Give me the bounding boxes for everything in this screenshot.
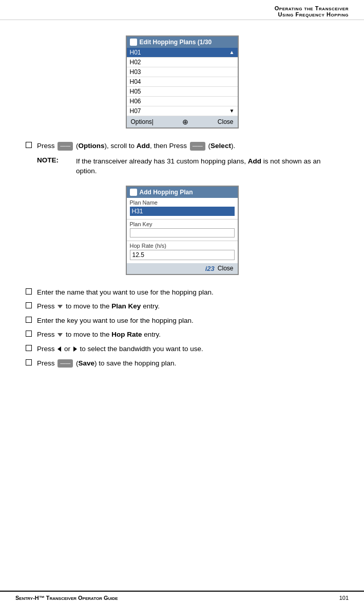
list-item-h05: H05: [127, 87, 238, 97]
bullet-item-2: Enter the name that you want to use for …: [26, 287, 338, 298]
bullet-text-2: Enter the name that you want to use for …: [37, 287, 338, 298]
select-button-icon: ——: [190, 142, 205, 151]
screen1-title: Edit Hopping Plans (1/30: [140, 39, 212, 46]
screen2-hop-rate-label: Hop Rate (h/s): [130, 243, 235, 249]
text-press-6: Press: [37, 345, 56, 353]
bullet-checkbox-1: [26, 142, 32, 148]
text-press-3: Press: [37, 302, 56, 310]
text-move-plan-key: to move to the Plan Key entry.: [66, 302, 160, 310]
note-block: NOTE: If the transceiver already has 31 …: [37, 156, 338, 176]
screen2-plan-key-field: Plan Key: [127, 219, 238, 241]
bullet-section-1: Press —— (Options), scroll to Add, then …: [26, 141, 338, 176]
bullet-text-7: Press —— (Save) to save the hopping plan…: [37, 358, 338, 369]
bullet-item-4: Enter the key you want to use for the ho…: [26, 316, 338, 326]
text-options-paren: (Options), scroll to Add, then Press: [76, 142, 189, 150]
page-footer: Sentry-H™ Transceiver Operator Guide 101: [0, 591, 364, 604]
screen-edit-hopping-plans: Edit Hopping Plans (1/30 H01 ▲ H02 H03 H…: [126, 35, 239, 129]
main-content: Edit Hopping Plans (1/30 H01 ▲ H02 H03 H…: [0, 20, 364, 394]
screen2-hop-rate-value: 12.5: [130, 250, 235, 260]
scrollbar-up-arrow: ▲: [229, 50, 235, 55]
list-item-h07: H07 ▼: [127, 106, 238, 116]
text-or: or: [64, 345, 72, 353]
screen1-scroll-icon: ⊕: [182, 118, 188, 126]
bullet-section-2: Enter the name that you want to use for …: [26, 287, 338, 368]
bullet-checkbox-6: [26, 345, 32, 351]
screen2-plan-name-label: Plan Name: [130, 199, 235, 206]
screen2-title: Add Hopping Plan: [140, 189, 193, 196]
bullet-checkbox-3: [26, 302, 32, 308]
text-press-7: Press: [37, 359, 56, 367]
bullet-item-1: Press —— (Options), scroll to Add, then …: [26, 141, 338, 151]
save-button-icon: ——: [58, 359, 73, 368]
screen1-options: Options|: [131, 118, 154, 125]
bullet-checkbox-4: [26, 317, 32, 323]
text-save-paren: (Save) to save the hopping plan.: [76, 359, 176, 367]
screen2-plan-key-label: Plan Key: [130, 221, 235, 227]
text-move-hop-rate: to move to the Hop Rate entry.: [66, 331, 161, 338]
screen1-icon: [130, 39, 137, 46]
list-item-h07-label: H07: [130, 107, 141, 115]
list-item-h06: H06: [127, 97, 238, 106]
footer-left: Sentry-H™ Transceiver Operator Guide: [15, 595, 118, 601]
screen2-icon: [130, 189, 137, 196]
bullet-item-3: Press to move to the Plan Key entry.: [26, 301, 338, 312]
list-item-h01: H01 ▲: [127, 48, 238, 58]
bullet-text-5: Press to move to the Hop Rate entry.: [37, 330, 338, 340]
scrollbar-down-arrow: ▼: [229, 108, 235, 114]
text-select-paren: (Select).: [208, 142, 236, 150]
bullet-checkbox-5: [26, 331, 32, 337]
screen1-titlebar: Edit Hopping Plans (1/30: [127, 36, 238, 48]
screen2-plan-name-value: H31: [130, 207, 235, 216]
bullet-text-3: Press to move to the Plan Key entry.: [37, 301, 338, 312]
screen1-list: H01 ▲ H02 H03 H04 H05 H06 H07 ▼: [127, 48, 238, 116]
screen2-i23-icon: i23: [205, 265, 215, 272]
screen-add-hopping-plan: Add Hopping Plan Plan Name H31 Plan Key …: [126, 186, 239, 275]
list-item-h02: H02: [127, 58, 238, 67]
bullet-item-5: Press to move to the Hop Rate entry.: [26, 330, 338, 340]
page-header: Operating the Transceiver Using Frequenc…: [0, 0, 364, 20]
screen2-hop-rate-field: Hop Rate (h/s) 12.5: [127, 241, 238, 263]
bullet-item-6: Press or to select the bandwidth you wan…: [26, 344, 338, 354]
note-label: NOTE:: [37, 156, 68, 176]
list-item-h01-label: H01: [130, 49, 141, 56]
list-item-h04: H04: [127, 77, 238, 87]
header-line1: Operating the Transceiver: [15, 5, 349, 11]
text-press-1: Press: [37, 142, 56, 150]
right-arrow-icon: [73, 346, 77, 352]
text-select-bandwidth: to select the bandwidth you want to use.: [80, 345, 203, 353]
left-arrow-icon: [58, 346, 61, 352]
bullet-checkbox-7: [26, 359, 32, 365]
bullet-text-4: Enter the key you want to use for the ho…: [37, 316, 338, 326]
options-button-icon: ——: [58, 142, 73, 151]
bullet-text-1: Press —— (Options), scroll to Add, then …: [37, 141, 338, 151]
screen2-footer: i23 Close: [127, 263, 238, 274]
text-press-5: Press: [37, 331, 56, 338]
screen2-close: Close: [218, 265, 234, 272]
down-arrow-icon-5: [58, 333, 63, 337]
screen1-close: Close: [218, 118, 234, 125]
list-item-h03: H03: [127, 67, 238, 77]
screen2-plan-key-value: [130, 228, 235, 237]
down-arrow-icon-3: [58, 305, 63, 308]
screen2-plan-name-field: Plan Name H31: [127, 198, 238, 219]
screen2-titlebar: Add Hopping Plan: [127, 187, 238, 198]
footer-right: 101: [339, 595, 349, 601]
bullet-checkbox-2: [26, 288, 32, 295]
screen1-footer: Options| ⊕ Close: [127, 116, 238, 127]
note-text: If the transceiver already has 31 custom…: [76, 156, 338, 176]
bullet-text-6: Press or to select the bandwidth you wan…: [37, 344, 338, 354]
header-line2: Using Frequency Hopping: [15, 11, 349, 17]
bullet-item-7: Press —— (Save) to save the hopping plan…: [26, 358, 338, 369]
